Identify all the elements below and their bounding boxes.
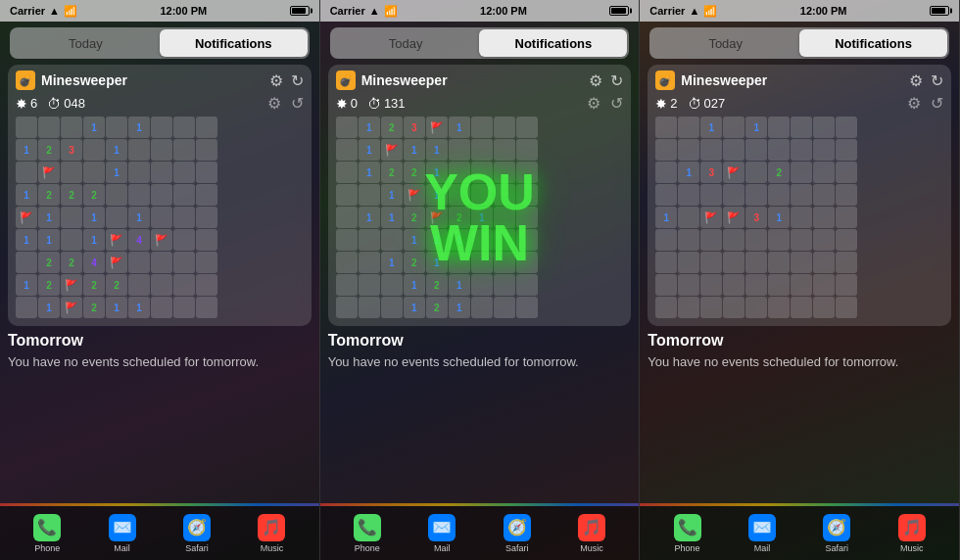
ms-cell[interactable] (471, 139, 493, 161)
ms-cell[interactable] (813, 139, 835, 161)
ms-cell[interactable]: 1 (83, 117, 105, 138)
dock-item-mail-2[interactable]: ✉️ Mail (428, 514, 456, 553)
ms-cell[interactable] (723, 229, 744, 251)
ms-cell[interactable]: 1 (359, 207, 380, 228)
ms-cell[interactable]: 1 (426, 162, 448, 183)
ms-cell[interactable]: 1 (426, 139, 448, 161)
ms-cell[interactable]: 1 (106, 297, 127, 318)
ms-cell[interactable]: 2 (426, 297, 448, 318)
ms-cell[interactable] (678, 274, 699, 296)
ms-cell[interactable] (83, 162, 105, 183)
ms-cell[interactable]: 4 (128, 229, 150, 251)
ms-cell[interactable]: 2 (61, 184, 82, 206)
ms-cell[interactable] (128, 184, 150, 206)
ms-cell[interactable]: 🚩 (16, 207, 37, 228)
ms-cell[interactable]: 🚩 (426, 117, 448, 138)
refresh-icon-2[interactable]: ↻ (610, 71, 623, 90)
dock-item-phone-2[interactable]: 📞 Phone (354, 514, 381, 553)
ms-cell[interactable] (723, 117, 744, 138)
ms-cell[interactable] (655, 229, 677, 251)
ms-cell[interactable] (336, 184, 358, 206)
ms-cell[interactable] (83, 139, 105, 161)
ms-cell[interactable]: 2 (381, 162, 403, 183)
ms-cell[interactable] (106, 207, 127, 228)
dock-item-music-3[interactable]: 🎵 Music (898, 514, 926, 553)
ms-cell[interactable] (655, 252, 677, 273)
notifications-tab-2[interactable]: Notifications (479, 29, 627, 57)
ms-cell[interactable] (151, 274, 172, 296)
ms-cell[interactable] (791, 117, 812, 138)
ms-cell[interactable]: 1 (128, 297, 150, 318)
ms-cell[interactable]: 1 (16, 229, 37, 251)
ms-cell[interactable] (791, 229, 812, 251)
ms-cell[interactable] (836, 184, 857, 206)
today-tab-3[interactable]: Today (651, 29, 799, 57)
ms-cell[interactable] (655, 184, 677, 206)
ms-cell[interactable] (128, 274, 150, 296)
ms-cell[interactable]: 1 (128, 207, 150, 228)
ms-cell[interactable] (381, 229, 403, 251)
ms-cell[interactable]: 1 (381, 184, 403, 206)
ms-cell[interactable] (655, 117, 677, 138)
ms-cell[interactable] (655, 162, 677, 183)
ms-cell[interactable] (494, 117, 515, 138)
dock-item-music-1[interactable]: 🎵 Music (258, 514, 285, 553)
ms-cell[interactable] (196, 139, 217, 161)
ms-cell[interactable] (723, 139, 744, 161)
ms-cell[interactable]: 1 (106, 139, 127, 161)
settings-icon-1[interactable]: ⚙ (269, 71, 283, 90)
ms-cell[interactable]: 1 (128, 117, 150, 138)
ms-cell[interactable]: 1 (381, 207, 403, 228)
ms-cell[interactable] (128, 139, 150, 161)
ms-cell[interactable]: 🚩 (38, 162, 60, 183)
ms-cell[interactable] (700, 252, 722, 273)
ms-cell[interactable] (494, 229, 515, 251)
ms-cell[interactable]: 🚩 (426, 207, 448, 228)
ms-cell[interactable] (768, 184, 790, 206)
ms-cell[interactable]: 3 (404, 117, 425, 138)
ms-cell[interactable] (516, 297, 538, 318)
ms-cell[interactable] (359, 184, 380, 206)
ms-cell[interactable] (173, 274, 195, 296)
dock-item-mail-1[interactable]: ✉️ Mail (109, 514, 136, 553)
ms-cell[interactable]: 1 (745, 117, 767, 138)
ms-cell[interactable] (494, 252, 515, 273)
ms-cell[interactable]: 1 (381, 252, 403, 273)
ms-cell[interactable] (678, 139, 699, 161)
ms-cell[interactable] (196, 207, 217, 228)
ms-cell[interactable]: 2 (381, 117, 403, 138)
ms-cell[interactable] (813, 184, 835, 206)
ms-cell[interactable]: 2 (768, 162, 790, 183)
ms-cell[interactable]: 1 (404, 229, 425, 251)
ms-cell[interactable] (700, 274, 722, 296)
ms-cell[interactable] (151, 252, 172, 273)
dock-item-mail-3[interactable]: ✉️ Mail (748, 514, 776, 553)
ms-cell[interactable] (745, 297, 767, 318)
ms-cell[interactable] (494, 207, 515, 228)
ms-cell[interactable] (16, 297, 37, 318)
ms-cell[interactable] (381, 274, 403, 296)
ms-cell[interactable]: 2 (404, 162, 425, 183)
ms-cell[interactable] (494, 184, 515, 206)
ms-cell[interactable] (813, 274, 835, 296)
ms-cell[interactable] (813, 162, 835, 183)
ms-cell[interactable] (336, 229, 358, 251)
ms-cell[interactable] (768, 274, 790, 296)
ms-cell[interactable]: 🚩 (381, 139, 403, 161)
ms-cell[interactable] (61, 117, 82, 138)
ms-cell[interactable] (700, 139, 722, 161)
ms-cell[interactable] (173, 229, 195, 251)
ms-cell[interactable]: 2 (426, 274, 448, 296)
ms-cell[interactable] (723, 297, 744, 318)
ms-cell[interactable]: 1 (449, 297, 470, 318)
ms-cell[interactable] (128, 252, 150, 273)
ms-cell[interactable] (196, 184, 217, 206)
ms-cell[interactable] (128, 162, 150, 183)
ms-cell[interactable] (151, 184, 172, 206)
ms-cell[interactable] (16, 117, 37, 138)
ms-cell[interactable]: 1 (700, 117, 722, 138)
ms-cell[interactable] (151, 297, 172, 318)
ms-cell[interactable] (678, 252, 699, 273)
ms-cell[interactable]: 🚩 (61, 297, 82, 318)
ms-cell[interactable] (471, 252, 493, 273)
